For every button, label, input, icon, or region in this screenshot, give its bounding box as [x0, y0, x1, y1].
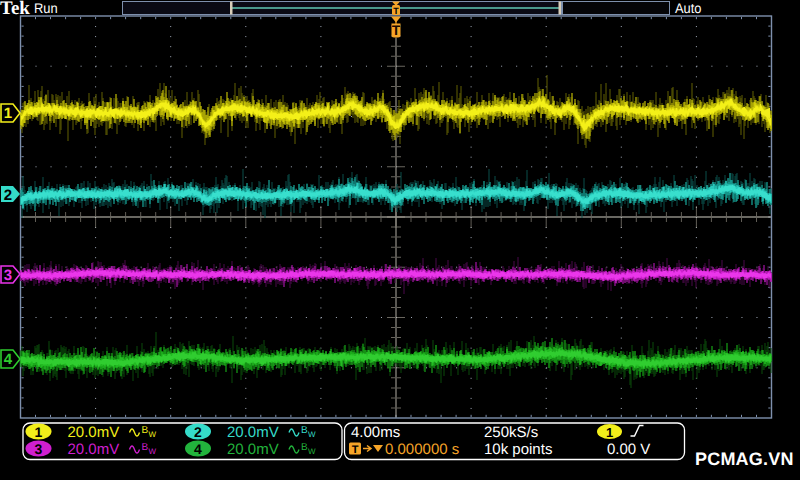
svg-text:T: T	[392, 22, 401, 38]
svg-text:W: W	[149, 447, 157, 456]
svg-text:B: B	[142, 425, 149, 436]
svg-text:4: 4	[4, 351, 13, 368]
svg-text:20.0mV: 20.0mV	[227, 424, 279, 441]
svg-text:3: 3	[4, 267, 12, 284]
svg-text:B: B	[142, 442, 149, 453]
svg-text:W: W	[308, 447, 316, 456]
svg-text:0.00 V: 0.00 V	[607, 441, 650, 458]
svg-text:2: 2	[4, 187, 12, 204]
svg-text:1: 1	[606, 425, 613, 440]
svg-text:B: B	[301, 425, 308, 436]
svg-text:W: W	[308, 430, 316, 439]
svg-text:2: 2	[194, 424, 202, 440]
svg-text:20.0mV: 20.0mV	[227, 441, 279, 458]
svg-text:1: 1	[4, 105, 12, 122]
svg-text:Auto: Auto	[675, 0, 702, 16]
svg-text:Run: Run	[34, 0, 58, 16]
svg-text:PCMAG.VN: PCMAG.VN	[695, 449, 794, 469]
svg-text:20.0mV: 20.0mV	[68, 441, 120, 458]
svg-text:W: W	[149, 430, 157, 439]
svg-text:T: T	[393, 6, 399, 16]
svg-text:1: 1	[35, 424, 43, 440]
svg-text:10k points: 10k points	[484, 441, 552, 458]
svg-text:Tek: Tek	[0, 0, 30, 19]
svg-text:4: 4	[194, 441, 202, 457]
svg-text:4.00ms: 4.00ms	[351, 424, 400, 441]
svg-text:250kS/s: 250kS/s	[484, 424, 538, 441]
svg-text:3: 3	[35, 441, 43, 457]
svg-text:20.0mV: 20.0mV	[68, 424, 120, 441]
svg-text:T: T	[352, 444, 359, 456]
svg-text:0.000000 s: 0.000000 s	[385, 441, 459, 458]
svg-text:B: B	[301, 442, 308, 453]
